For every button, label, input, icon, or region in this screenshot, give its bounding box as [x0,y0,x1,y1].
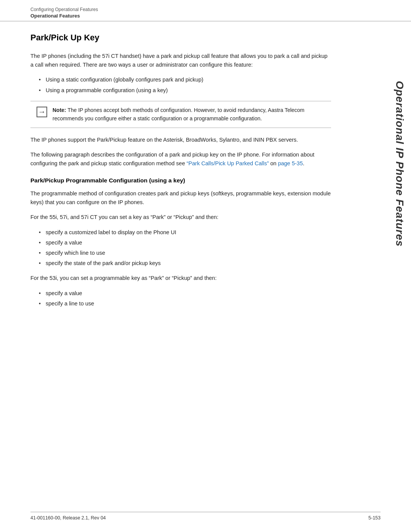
list-item: specify a customized label to display on… [46,228,331,237]
footer-left: 41-001160-00, Release 2.1, Rev 04 [30,515,106,521]
main-content: Park/Pick Up Key The IP phones (includin… [0,21,373,345]
intro-paragraph: The IP phones (including the 57i CT hand… [30,52,331,69]
section-para1: The programmable method of configuration… [30,189,331,207]
page-footer: 41-001160-00, Release 2.1, Rev 04 5-153 [30,512,381,521]
note-content: Note: The IP phones accept both methods … [53,106,325,123]
note-arrow-icon: → [37,107,47,117]
breadcrumb-bottom: Operational Features [30,13,381,21]
section-para2: For the 55i, 57i, and 57i CT you can set… [30,213,331,222]
list-item: Using a static configuration (globally c… [46,75,331,84]
side-label-text: Operational IP Phone Features [393,81,406,247]
note-box: → Note: The IP phones accept both method… [30,101,331,128]
note-text: The IP phones accept both methods of con… [53,107,304,121]
list-item: specify a value [46,238,331,247]
para3-end: . [303,160,304,166]
intro-bullet-list: Using a static configuration (globally c… [46,75,331,94]
bullets-53i: specify a value specify a line to use [46,289,331,308]
list-item: specify a value [46,289,331,298]
page-header: Configuring Operational Features Operati… [0,0,411,21]
breadcrumb-top: Configuring Operational Features [30,7,381,12]
para2: The IP phones support the Park/Pickup fe… [30,136,331,144]
section-para3: For the 53i, you can set a programmable … [30,274,331,283]
page-container: Operational IP Phone Features Configurin… [0,0,411,532]
list-item: specify the state of the park and/or pic… [46,259,331,268]
page-link[interactable]: page 5-35 [278,160,303,166]
para3: The following paragraph describes the co… [30,150,331,168]
footer-right: 5-153 [368,515,381,521]
park-calls-link[interactable]: “Park Calls/Pick Up Parked Calls” [186,160,269,166]
bullets-55i: specify a customized label to display on… [46,228,331,268]
para3-middle: on [269,160,278,166]
list-item: specify which line to use [46,249,331,257]
section-heading: Park/Pickup Programmable Configuration (… [30,177,331,184]
side-label: Operational IP Phone Features [388,30,411,297]
list-item: specify a line to use [46,299,331,308]
page-title: Park/Pick Up Key [30,33,331,43]
list-item: Using a programmable configuration (usin… [46,86,331,95]
note-label: Note: [53,107,66,113]
